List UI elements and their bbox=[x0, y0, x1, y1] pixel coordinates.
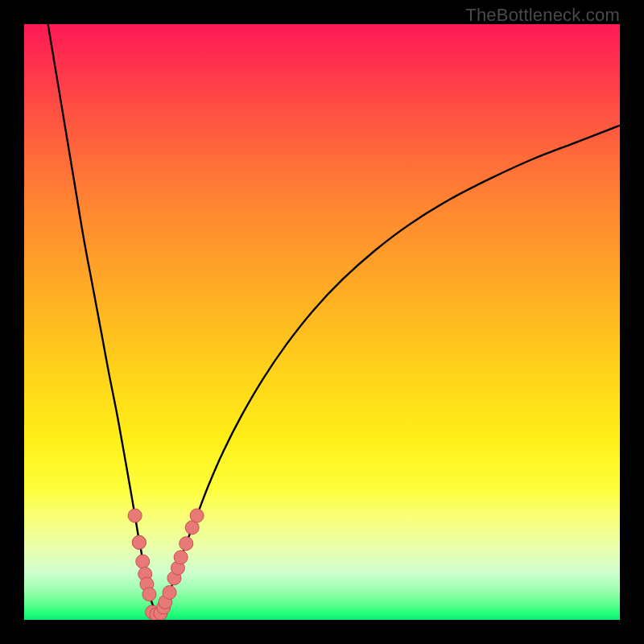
data-marker bbox=[174, 551, 188, 564]
chart-svg bbox=[24, 24, 620, 620]
chart-frame: TheBottleneck.com bbox=[0, 0, 644, 644]
data-marker bbox=[163, 585, 176, 599]
data-markers bbox=[128, 509, 204, 620]
watermark-text: TheBottleneck.com bbox=[465, 5, 620, 26]
data-marker bbox=[142, 588, 156, 601]
plot-area bbox=[24, 24, 620, 620]
data-marker bbox=[180, 537, 193, 551]
data-marker bbox=[136, 555, 150, 568]
curve-right-branch bbox=[159, 126, 621, 615]
data-marker bbox=[190, 509, 204, 522]
data-marker bbox=[128, 509, 142, 522]
data-marker bbox=[132, 535, 146, 549]
curve-left-branch bbox=[48, 24, 159, 615]
